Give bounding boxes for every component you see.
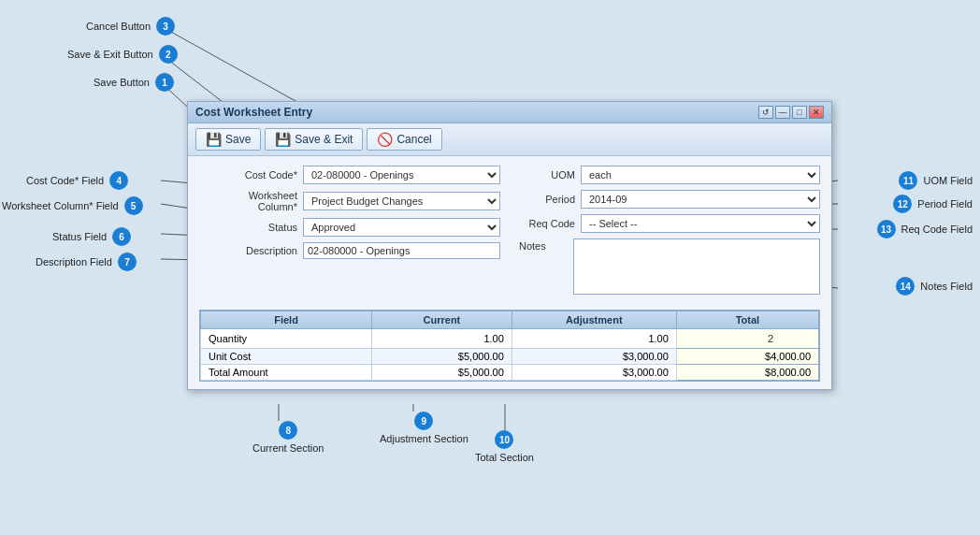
badge-12: 12 (893, 195, 912, 213)
badge-4: 4 (109, 171, 128, 190)
refresh-button[interactable]: ↺ (758, 106, 773, 119)
status-label: Status (199, 222, 297, 233)
annotation-label: Adjustment Section (380, 433, 468, 444)
annotation-label: Notes Field (920, 281, 973, 292)
cost-code-label: Cost Code* (199, 169, 297, 181)
cost-code-row: Cost Code* 02-080000 - Openings (199, 166, 500, 184)
annotation-total-section: 10 Total Section (475, 430, 534, 463)
cell-current: $5,000.00 (372, 349, 512, 365)
cell-adjustment: $3,000.00 (512, 365, 676, 381)
close-button[interactable]: ✕ (809, 106, 824, 119)
status-field[interactable]: Approved (303, 218, 500, 237)
title-bar: Cost Worksheet Entry ↺ — □ ✕ (188, 102, 831, 123)
cost-worksheet-window: Cost Worksheet Entry ↺ — □ ✕ 💾 Save 💾 Sa… (187, 101, 832, 390)
cell-total: $4,000.00 (676, 349, 818, 365)
annotation-label: Save Button (94, 77, 150, 88)
cell-total: $8,000.00 (676, 365, 818, 381)
cost-code-field[interactable]: 02-080000 - Openings (303, 166, 500, 184)
restore-button[interactable]: □ (792, 106, 807, 119)
worksheet-column-row: WorksheetColumn* Project Budget Changes (199, 190, 500, 212)
annotation-status-field: Status Field 6 (52, 227, 131, 246)
cell-field: Total Amount (201, 365, 372, 381)
badge-14: 14 (896, 277, 915, 296)
cell-field: Unit Cost (201, 349, 372, 365)
period-field[interactable]: 2014-09 (581, 190, 820, 209)
header-row: Field Current Adjustment Total (201, 311, 819, 329)
annotation-label: Worksheet Column* Field (2, 200, 119, 211)
window-title: Cost Worksheet Entry (195, 106, 312, 119)
left-column: Cost Code* 02-080000 - Openings Workshee… (199, 166, 500, 295)
annotation-save-button: Save Button 1 (94, 73, 174, 92)
annotation-label: Save & Exit Button (67, 49, 153, 60)
badge-5: 5 (124, 196, 143, 215)
table-container: Field Current Adjustment Total Quantity1… (199, 310, 820, 382)
table-body: Quantity1.001.00Unit Cost$5,000.00$3,000… (201, 329, 819, 381)
annotation-adjustment-section: 9 Adjustment Section (380, 412, 468, 444)
col-field: Field (201, 311, 372, 329)
table-row: Unit Cost$5,000.00$3,000.00$4,000.00 (201, 349, 819, 365)
save-exit-label: Save & Exit (295, 133, 353, 146)
period-label: Period (519, 194, 575, 205)
description-field[interactable]: 02-080000 - Openings (303, 242, 500, 259)
form-area: Cost Code* 02-080000 - Openings Workshee… (188, 156, 831, 304)
badge-13: 13 (877, 220, 896, 239)
notes-row: Notes (519, 239, 820, 295)
annotation-label: Req Code Field (901, 224, 973, 235)
total-input[interactable] (764, 331, 811, 346)
uom-field[interactable]: each (581, 166, 820, 184)
annotation-cancel-button: Cancel Button 3 (86, 17, 175, 36)
req-code-label: Req Code (519, 218, 575, 229)
badge-8: 8 (279, 421, 297, 440)
description-label: Description (199, 245, 297, 256)
cell-field: Quantity (201, 329, 372, 349)
annotation-label: Total Section (475, 452, 534, 463)
cell-current: 1.00 (372, 329, 512, 349)
toolbar: 💾 Save 💾 Save & Exit 🚫 Cancel (188, 123, 831, 156)
uom-label: UOM (519, 169, 575, 181)
title-bar-controls: ↺ — □ ✕ (758, 106, 824, 119)
col-total: Total (676, 311, 818, 329)
annotation-period-field: 12 Period Field (893, 195, 973, 213)
notes-label: Notes (519, 239, 568, 252)
annotation-notes-field: 14 Notes Field (896, 277, 973, 296)
col-current: Current (372, 311, 512, 329)
annotation-label: Period Field (917, 198, 973, 210)
notes-field[interactable] (573, 239, 820, 295)
annotation-current-section: 8 Current Section (252, 421, 324, 454)
req-code-row: Req Code -- Select -- (519, 214, 820, 233)
cell-adjustment: $3,000.00 (512, 349, 676, 365)
badge-11: 11 (899, 171, 917, 190)
save-button[interactable]: 💾 Save (195, 128, 261, 151)
cell-total[interactable] (676, 329, 818, 349)
cost-table: Field Current Adjustment Total Quantity1… (200, 311, 819, 381)
badge-1: 1 (155, 73, 174, 92)
annotation-label: UOM Field (923, 175, 973, 186)
annotation-uom-field: 11 UOM Field (899, 171, 973, 190)
save-icon: 💾 (206, 132, 222, 147)
table-header: Field Current Adjustment Total (201, 311, 819, 329)
minimize-button[interactable]: — (775, 106, 790, 119)
cancel-button[interactable]: 🚫 Cancel (367, 128, 441, 151)
badge-9: 9 (414, 412, 433, 430)
col-adjustment: Adjustment (512, 311, 676, 329)
cell-current: $5,000.00 (372, 365, 512, 381)
table-row: Total Amount$5,000.00$3,000.00$8,000.00 (201, 365, 819, 381)
save-exit-icon: 💾 (275, 132, 291, 147)
save-exit-button[interactable]: 💾 Save & Exit (265, 128, 363, 151)
annotation-label: Description Field (36, 256, 112, 268)
annotation-label: Status Field (52, 231, 107, 242)
description-row: Description 02-080000 - Openings (199, 242, 500, 259)
badge-10: 10 (495, 430, 513, 449)
table-row: Quantity1.001.00 (201, 329, 819, 349)
annotation-cost-code-field: Cost Code* Field 4 (26, 171, 128, 190)
worksheet-column-field[interactable]: Project Budget Changes (303, 192, 500, 210)
cell-adjustment: 1.00 (512, 329, 676, 349)
annotation-label: Cost Code* Field (26, 175, 104, 186)
req-code-field[interactable]: -- Select -- (581, 214, 820, 233)
annotation-label: Cancel Button (86, 21, 151, 32)
right-column: UOM each Period 2014-09 Req Code -- Sele… (519, 166, 820, 295)
badge-3: 3 (156, 17, 175, 36)
cancel-icon: 🚫 (377, 132, 393, 147)
period-row: Period 2014-09 (519, 190, 820, 209)
badge-7: 7 (118, 253, 137, 271)
